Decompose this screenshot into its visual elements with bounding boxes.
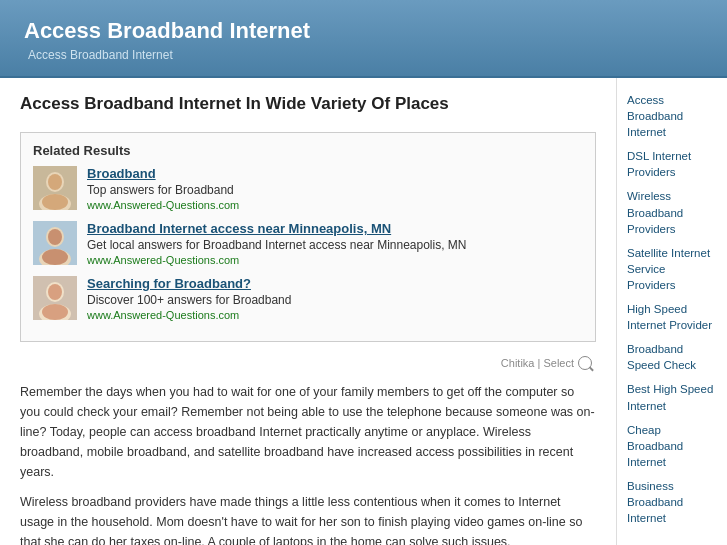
search-icon — [578, 356, 592, 370]
ad-item-3: Searching for Broadband? Discover 100+ a… — [33, 276, 583, 321]
ad-url-2[interactable]: www.Answered-Questions.com — [87, 254, 583, 266]
svg-point-12 — [48, 284, 62, 300]
sidebar-link-3[interactable]: Satellite Internet Service Providers — [627, 245, 717, 293]
ad-url-1[interactable]: www.Answered-Questions.com — [87, 199, 583, 211]
ad-link-3[interactable]: Searching for Broadband? — [87, 276, 583, 291]
sidebar: Access Broadband Internet DSL Internet P… — [617, 78, 727, 545]
chitika-label: Chitika | Select — [501, 357, 574, 369]
ad-thumb-1 — [33, 166, 77, 210]
ad-item-1: Broadband Top answers for Broadband www.… — [33, 166, 583, 211]
sidebar-link-6[interactable]: Best High Speed Internet — [627, 381, 717, 413]
ad-url-3[interactable]: www.Answered-Questions.com — [87, 309, 583, 321]
svg-point-4 — [42, 194, 68, 210]
ad-text-3: Searching for Broadband? Discover 100+ a… — [87, 276, 583, 321]
ad-link-2[interactable]: Broadband Internet access near Minneapol… — [87, 221, 583, 236]
article-paragraph-2: Wireless broadband providers have made t… — [20, 492, 596, 545]
ad-thumb-2 — [33, 221, 77, 265]
related-results-heading: Related Results — [33, 143, 583, 158]
svg-point-9 — [42, 249, 68, 265]
main-container: Access Broadband Internet In Wide Variet… — [0, 78, 727, 545]
site-subtitle: Access Broadband Internet — [24, 48, 703, 62]
svg-point-14 — [42, 304, 68, 320]
svg-point-2 — [48, 174, 62, 190]
ad-desc-1: Top answers for Broadband — [87, 183, 583, 197]
article-paragraph-1: Remember the days when you had to wait f… — [20, 382, 596, 482]
ad-desc-3: Discover 100+ answers for Broadband — [87, 293, 583, 307]
sidebar-link-8[interactable]: Business Broadband Internet — [627, 478, 717, 526]
content-area: Access Broadband Internet In Wide Variet… — [0, 78, 617, 545]
sidebar-link-2[interactable]: Wireless Broadband Providers — [627, 188, 717, 236]
site-title: Access Broadband Internet — [24, 18, 703, 44]
sidebar-link-5[interactable]: Broadband Speed Check — [627, 341, 717, 373]
site-header: Access Broadband Internet Access Broadba… — [0, 0, 727, 78]
ad-thumb-3 — [33, 276, 77, 320]
sidebar-link-1[interactable]: DSL Internet Providers — [627, 148, 717, 180]
sidebar-link-7[interactable]: Cheap Broadband Internet — [627, 422, 717, 470]
sidebar-link-4[interactable]: High Speed Internet Provider — [627, 301, 717, 333]
svg-point-7 — [48, 229, 62, 245]
ad-link-1[interactable]: Broadband — [87, 166, 583, 181]
ad-text-2: Broadband Internet access near Minneapol… — [87, 221, 583, 266]
chitika-bar: Chitika | Select — [20, 356, 596, 370]
page-title: Access Broadband Internet In Wide Variet… — [20, 94, 596, 120]
related-results-box: Related Results Broadband Top answers fo… — [20, 132, 596, 342]
ad-text-1: Broadband Top answers for Broadband www.… — [87, 166, 583, 211]
ad-desc-2: Get local answers for Broadband Internet… — [87, 238, 583, 252]
sidebar-link-0[interactable]: Access Broadband Internet — [627, 92, 717, 140]
ad-item-2: Broadband Internet access near Minneapol… — [33, 221, 583, 266]
